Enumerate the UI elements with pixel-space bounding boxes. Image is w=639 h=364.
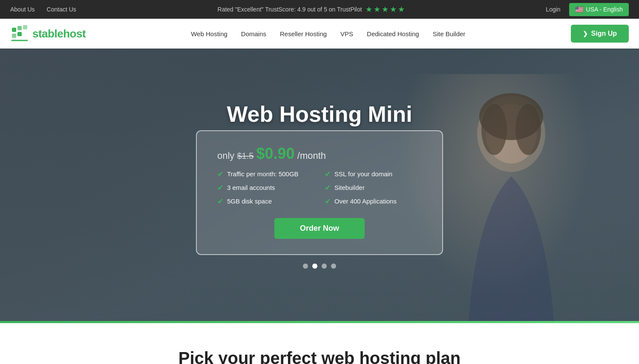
nav-web-hosting[interactable]: Web Hosting — [191, 30, 227, 37]
check-icon-3: ✔ — [217, 183, 224, 192]
pricing-card: only $1.5 $0.90 /month ✔ Traffic per mon… — [196, 130, 443, 255]
svg-rect-0 — [12, 28, 16, 32]
hero-title: Web Hosting Mini — [227, 101, 412, 127]
check-icon-6: ✔ — [325, 197, 331, 206]
price-only-text: only — [217, 150, 234, 161]
feature-traffic: ✔ Traffic per month: 500GB — [217, 169, 314, 179]
svg-rect-3 — [12, 34, 16, 38]
carousel-dot-2[interactable] — [312, 264, 317, 269]
nav-links: Web Hosting Domains Reseller Hosting VPS… — [191, 30, 465, 37]
feature-ssl-text: SSL for your domain — [334, 170, 392, 178]
flag-icon: 🇺🇸 — [575, 6, 584, 14]
star-3: ★ — [382, 5, 389, 14]
star-rating: ★ ★ ★ ★ ★ — [366, 5, 405, 14]
carousel-dot-3[interactable] — [322, 264, 327, 269]
nav-site-builder[interactable]: Site Builder — [433, 30, 466, 37]
feature-traffic-text: Traffic per month: 500GB — [227, 170, 299, 178]
logo-text: stablehost — [32, 27, 86, 40]
check-icon-2: ✔ — [325, 169, 331, 179]
svg-rect-2 — [23, 25, 27, 29]
top-bar-left-nav: About Us Contact Us — [10, 6, 76, 13]
price-new: $0.90 — [256, 145, 295, 162]
nav-reseller-hosting[interactable]: Reseller Hosting — [280, 30, 327, 37]
logo[interactable]: stablehost — [10, 24, 86, 43]
login-link[interactable]: Login — [546, 6, 560, 13]
price-line: only $1.5 $0.90 /month — [217, 145, 422, 163]
nav-dedicated-hosting[interactable]: Dedicated Hosting — [367, 30, 419, 37]
feature-apps: ✔ Over 400 Applications — [325, 197, 422, 206]
about-us-link[interactable]: About Us — [10, 6, 35, 13]
top-bar: About Us Contact Us Rated "Excellent" Tr… — [0, 0, 639, 19]
star-2: ★ — [374, 5, 380, 14]
signup-label: Sign Up — [591, 30, 617, 37]
nav-domains[interactable]: Domains — [241, 30, 266, 37]
language-selector[interactable]: 🇺🇸 USA - English — [569, 3, 629, 16]
feature-ssl: ✔ SSL for your domain — [325, 169, 422, 179]
carousel-dots — [303, 264, 336, 269]
feature-email-text: 3 email accounts — [227, 184, 275, 191]
carousel-dot-1[interactable] — [303, 264, 308, 269]
star-5: ★ — [398, 5, 405, 14]
svg-rect-4 — [17, 32, 22, 36]
order-now-button[interactable]: Order Now — [274, 218, 365, 239]
contact-us-link[interactable]: Contact Us — [47, 6, 76, 13]
hero-content: Web Hosting Mini only $1.5 $0.90 /month … — [0, 101, 639, 269]
feature-diskspace: ✔ 5GB disk space — [217, 197, 314, 206]
feature-email: ✔ 3 email accounts — [217, 183, 314, 192]
top-bar-right: Login 🇺🇸 USA - English — [546, 3, 629, 16]
main-navigation: stablehost Web Hosting Domains Reseller … — [0, 19, 639, 49]
star-1: ★ — [366, 5, 372, 14]
carousel-dot-4[interactable] — [331, 264, 336, 269]
bottom-section: Pick your perfect web hosting plan — [0, 323, 639, 364]
feature-sitebuilder: ✔ Sitebuilder — [325, 183, 422, 192]
features-grid: ✔ Traffic per month: 500GB ✔ SSL for you… — [217, 169, 422, 206]
nav-vps[interactable]: VPS — [340, 30, 353, 37]
chevron-right-icon: ❯ — [583, 30, 588, 37]
trustpilot-text: Rated "Excellent" TrustScore: 4.9 out of… — [218, 6, 362, 13]
price-period: /month — [297, 150, 326, 161]
svg-rect-1 — [17, 26, 22, 30]
feature-sitebuilder-text: Sitebuilder — [334, 184, 365, 191]
price-old: $1.5 — [237, 151, 253, 161]
lang-label: USA - English — [586, 6, 623, 13]
feature-diskspace-text: 5GB disk space — [227, 198, 272, 205]
check-icon-1: ✔ — [217, 169, 224, 179]
feature-apps-text: Over 400 Applications — [334, 198, 397, 205]
check-icon-4: ✔ — [325, 183, 331, 192]
check-icon-5: ✔ — [217, 197, 224, 206]
hero-section: Web Hosting Mini only $1.5 $0.90 /month … — [0, 49, 639, 321]
trustpilot-rating: Rated "Excellent" TrustScore: 4.9 out of… — [218, 5, 405, 14]
star-4: ★ — [390, 5, 397, 14]
signup-button[interactable]: ❯ Sign Up — [571, 25, 629, 43]
bottom-section-title: Pick your perfect web hosting plan — [10, 349, 629, 364]
logo-icon — [10, 24, 29, 43]
